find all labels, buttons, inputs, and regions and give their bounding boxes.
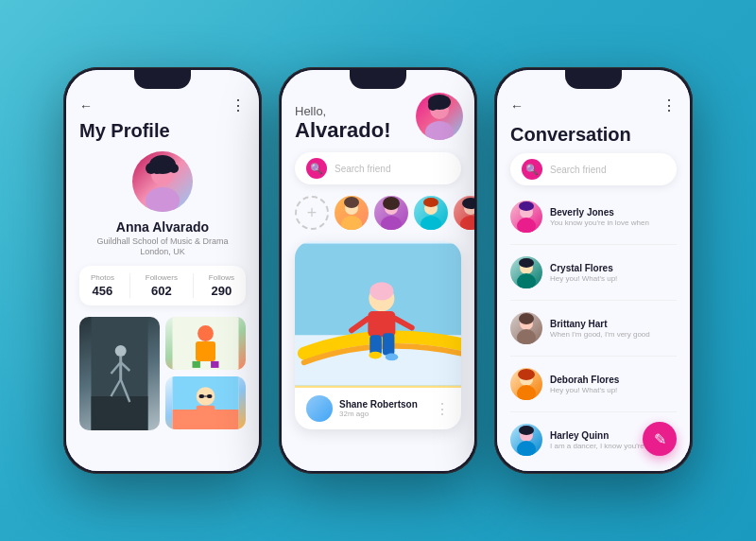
card-user-name: Shane Robertson bbox=[339, 399, 418, 410]
svg-point-36 bbox=[383, 197, 400, 210]
profile-header: ← ⋮ bbox=[79, 96, 246, 114]
svg-point-50 bbox=[369, 352, 382, 359]
phone-2: Hello, Alvarado! 🔍 Search friend + bbox=[279, 67, 477, 474]
search-placeholder-conv: Search friend bbox=[550, 165, 606, 175]
search-icon: 🔍 bbox=[306, 158, 327, 179]
friend-avatar-2[interactable] bbox=[374, 196, 408, 230]
conv-avatar-2 bbox=[510, 256, 542, 288]
svg-rect-18 bbox=[211, 361, 218, 368]
avatar bbox=[132, 151, 193, 212]
friend-avatars-row: + bbox=[295, 196, 461, 230]
svg-point-42 bbox=[462, 198, 474, 209]
svg-rect-25 bbox=[207, 394, 213, 398]
divider-3 bbox=[510, 356, 677, 357]
search-placeholder: Search friend bbox=[335, 164, 390, 174]
friend-avatar-4[interactable] bbox=[454, 196, 474, 230]
conv-msg-2: Hey you! What's up! bbox=[550, 274, 654, 283]
notch-2 bbox=[350, 70, 406, 89]
menu-button-conv[interactable]: ⋮ bbox=[662, 96, 677, 114]
card-image bbox=[295, 241, 461, 388]
phone-1: ← ⋮ My Profile bbox=[63, 67, 262, 474]
screen-profile: ← ⋮ My Profile bbox=[66, 70, 259, 471]
conv-name-4: Deborah Flores bbox=[550, 375, 677, 385]
conv-avatar-4 bbox=[510, 368, 542, 400]
followers-stat: Followers 602 bbox=[146, 273, 178, 298]
conv-avatar-3 bbox=[510, 312, 542, 344]
svg-point-39 bbox=[423, 198, 438, 207]
user-school: Guildhall School of Music & Drama bbox=[79, 236, 246, 246]
photo-2[interactable] bbox=[165, 317, 246, 370]
svg-point-64 bbox=[517, 385, 536, 400]
conv-info-2: Crystal Flores Hey you! What's up! bbox=[550, 263, 677, 283]
conv-item-1[interactable]: Beverly Jones You know you're in love wh… bbox=[510, 197, 677, 236]
svg-point-59 bbox=[519, 258, 534, 268]
photos-label: Photos bbox=[91, 273, 114, 282]
card-user-avatar bbox=[306, 395, 333, 422]
svg-rect-7 bbox=[92, 396, 148, 430]
svg-point-51 bbox=[386, 354, 399, 361]
post-card: Shane Robertson 32m ago ⋮ bbox=[295, 241, 461, 429]
photo-3[interactable] bbox=[165, 376, 246, 429]
conv-msg-1: You know you're in love when bbox=[550, 218, 654, 227]
svg-point-8 bbox=[115, 345, 127, 357]
conv-msg-4: Hey you! What's up! bbox=[550, 386, 654, 394]
notch-1 bbox=[134, 70, 191, 89]
phone-3: ← ⋮ Conversation 🔍 Search friend bbox=[494, 67, 693, 474]
friend-avatar-1[interactable] bbox=[335, 196, 369, 230]
conv-info-1: Beverly Jones You know you're in love wh… bbox=[550, 207, 677, 227]
back-button-conv[interactable]: ← bbox=[510, 98, 524, 113]
card-menu-button[interactable]: ⋮ bbox=[435, 400, 450, 418]
search-icon-conv: 🔍 bbox=[522, 159, 542, 180]
svg-point-46 bbox=[369, 282, 393, 300]
back-button[interactable]: ← bbox=[79, 98, 93, 113]
svg-point-32 bbox=[341, 216, 362, 230]
follows-value: 290 bbox=[209, 284, 234, 298]
conv-avatar-1 bbox=[510, 201, 542, 233]
search-bar[interactable]: 🔍 Search friend bbox=[295, 152, 461, 184]
conv-avatar-5 bbox=[510, 424, 542, 456]
stat-divider-2 bbox=[193, 273, 194, 298]
conv-item-3[interactable]: Brittany Hart When I'm good, I'm very go… bbox=[510, 308, 677, 348]
svg-point-56 bbox=[519, 201, 534, 211]
friend-avatar-3[interactable] bbox=[414, 196, 448, 230]
conv-name-1: Beverly Jones bbox=[550, 207, 677, 218]
card-post-time: 32m ago bbox=[339, 410, 418, 418]
svg-point-38 bbox=[421, 216, 441, 230]
photo-1[interactable] bbox=[79, 317, 160, 430]
conv-item-2[interactable]: Crystal Flores Hey you! What's up! bbox=[510, 253, 677, 292]
conv-item-4[interactable]: Deborah Flores Hey you! What's up! bbox=[510, 364, 677, 404]
svg-rect-23 bbox=[197, 406, 215, 420]
photos-stat: Photos 456 bbox=[91, 273, 114, 298]
follows-label: Follows bbox=[209, 273, 234, 282]
screen-conversation: ← ⋮ Conversation 🔍 Search friend bbox=[497, 70, 690, 471]
svg-rect-49 bbox=[383, 333, 395, 355]
conv-name-3: Brittany Hart bbox=[550, 319, 677, 329]
stat-divider-1 bbox=[129, 273, 130, 298]
photos-value: 456 bbox=[91, 284, 114, 298]
svg-point-28 bbox=[425, 121, 454, 140]
card-user-info: Shane Robertson 32m ago bbox=[306, 395, 418, 422]
svg-rect-17 bbox=[193, 361, 200, 368]
svg-point-30 bbox=[428, 101, 438, 111]
svg-point-68 bbox=[519, 426, 534, 435]
compose-button[interactable]: ✎ bbox=[643, 422, 677, 456]
conversation-header: ← ⋮ bbox=[510, 96, 677, 114]
user-avatar-top bbox=[416, 93, 463, 140]
add-friend-button[interactable]: + bbox=[295, 196, 329, 230]
svg-point-67 bbox=[517, 441, 536, 456]
follows-stat: Follows 290 bbox=[209, 273, 234, 298]
menu-button[interactable]: ⋮ bbox=[231, 96, 246, 114]
svg-point-4 bbox=[146, 163, 157, 174]
user-name: Anna Alvarado bbox=[79, 219, 246, 235]
svg-point-58 bbox=[517, 273, 536, 288]
divider-2 bbox=[510, 300, 677, 301]
notch-3 bbox=[565, 70, 622, 89]
conversation-list: Beverly Jones You know you're in love wh… bbox=[510, 197, 677, 460]
svg-point-41 bbox=[460, 216, 474, 230]
search-bar-conv[interactable]: 🔍 Search friend bbox=[510, 153, 677, 185]
conv-msg-5: I am a dancer, I know you're bbox=[550, 442, 654, 450]
svg-point-33 bbox=[344, 197, 359, 208]
page-title: My Profile bbox=[79, 120, 246, 142]
conversation-title: Conversation bbox=[510, 124, 677, 146]
svg-point-35 bbox=[381, 216, 402, 230]
